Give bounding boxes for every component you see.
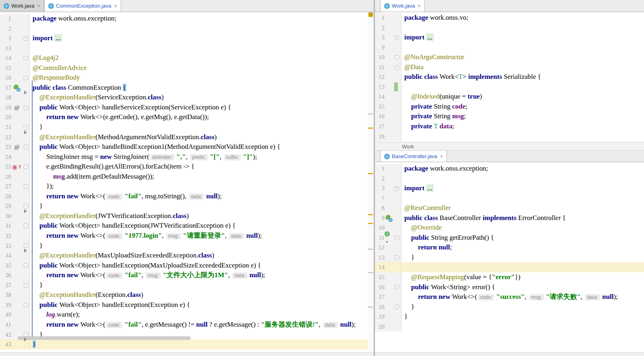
fold-marker[interactable]: − bbox=[24, 165, 28, 169]
code-line[interactable]: 22 @ExceptionHandler(MethodArgumentNotVa… bbox=[0, 132, 368, 142]
stripe-tick[interactable] bbox=[368, 223, 373, 224]
spring-class-icon[interactable]: c bbox=[386, 215, 392, 221]
code-line[interactable]: 28 return new Work<>(code:"fail", msg.to… bbox=[0, 191, 368, 202]
code-line[interactable]: 24 StringJoiner msg = new StringJoiner(d… bbox=[0, 152, 368, 162]
fold-marker[interactable]: + bbox=[395, 186, 399, 191]
code-editor-commonexception[interactable]: 1package work.onss.exception;23+import .… bbox=[0, 12, 368, 353]
code-line[interactable]: 14−@Log4j2 bbox=[0, 53, 368, 63]
fold-marker[interactable]: − bbox=[24, 76, 28, 80]
code-line[interactable]: 32 return new Work<>(code:"1977.login", … bbox=[0, 231, 368, 241]
fold-marker[interactable]: − bbox=[395, 236, 399, 240]
code-line[interactable]: 36 return new Work<>(code:"fail", msg:"文… bbox=[0, 270, 368, 280]
code-line[interactable]: 3+import ... bbox=[375, 183, 644, 193]
code-line[interactable]: 14 @Indexed(unique = true) bbox=[375, 92, 644, 102]
code-line[interactable]: 1package work.onss.vo; bbox=[375, 13, 644, 23]
code-line[interactable]: 33− } bbox=[0, 241, 368, 251]
code-line[interactable]: 2 bbox=[375, 174, 644, 184]
code-line[interactable]: 11−@Data bbox=[375, 62, 644, 72]
code-line[interactable]: 13 bbox=[375, 82, 644, 92]
fold-marker[interactable]: + bbox=[24, 36, 28, 41]
fold-marker[interactable]: − bbox=[24, 243, 28, 248]
code-line[interactable]: 17cpublic class CommonException { bbox=[0, 83, 368, 93]
code-line[interactable]: 9 bbox=[375, 43, 644, 53]
fold-marker[interactable]: + bbox=[395, 35, 399, 40]
code-line[interactable]: 8@RestController bbox=[375, 203, 644, 213]
code-editor-basecontroller[interactable]: 1package work.onss.exception;23+import .… bbox=[375, 162, 644, 352]
inspection-indicator[interactable] bbox=[368, 12, 373, 17]
code-line[interactable]: 15 @RequestMapping(value = {"error"}) bbox=[375, 272, 644, 282]
code-line[interactable]: 3+import ... bbox=[375, 33, 644, 43]
code-line[interactable]: 39− public Work<Object> handleException(… bbox=[0, 300, 368, 310]
code-line[interactable]: 27− }); bbox=[0, 181, 368, 191]
code-line[interactable]: 14 bbox=[375, 262, 644, 272]
stripe-tick[interactable] bbox=[368, 113, 373, 115]
code-line[interactable]: 16 private String msg; bbox=[375, 111, 644, 121]
fold-marker[interactable]: − bbox=[395, 255, 399, 260]
code-line[interactable]: 16−@ResponseBody bbox=[0, 73, 368, 83]
code-line[interactable]: 1package work.onss.exception; bbox=[0, 14, 368, 24]
fold-marker[interactable]: − bbox=[24, 224, 28, 228]
stripe-tick[interactable] bbox=[368, 272, 373, 273]
close-icon[interactable]: × bbox=[440, 154, 443, 159]
code-line[interactable]: 2 bbox=[0, 24, 368, 34]
annotated-method-icon[interactable]: @ bbox=[14, 144, 20, 150]
code-line[interactable]: 41 return new Work<>(code:"fail", e.getM… bbox=[0, 320, 368, 330]
tab-basecontroller-java[interactable]: C BaseController.java × bbox=[380, 151, 447, 162]
fold-marker[interactable]: − bbox=[24, 145, 28, 149]
fold-marker[interactable]: − bbox=[395, 65, 399, 70]
fold-marker[interactable]: − bbox=[395, 305, 399, 309]
stripe-tick[interactable] bbox=[368, 173, 373, 174]
fold-marker[interactable]: − bbox=[395, 285, 399, 289]
code-line[interactable]: 18− } bbox=[375, 302, 644, 312]
code-line[interactable]: 13− } bbox=[375, 253, 644, 263]
breadcrumb-item-work[interactable]: Work bbox=[402, 144, 414, 150]
code-line[interactable]: 23@− public Work<Object> handleBindExcep… bbox=[0, 142, 368, 152]
code-line[interactable]: 29− } bbox=[0, 201, 368, 211]
code-line[interactable]: 43} bbox=[0, 340, 368, 350]
spring-class-icon[interactable]: c bbox=[14, 84, 20, 91]
code-line[interactable]: 21− } bbox=[0, 122, 368, 132]
code-line[interactable]: 13 bbox=[0, 43, 368, 54]
lambda-gutter-icon[interactable]: λ↑ bbox=[12, 162, 22, 172]
fold-marker[interactable]: − bbox=[24, 303, 28, 307]
fold-marker[interactable]: − bbox=[24, 56, 28, 60]
code-line[interactable]: 18 @ExceptionHandler(ServiceException.cl… bbox=[0, 93, 368, 103]
code-line[interactable]: 12public class Work<T> implements Serial… bbox=[375, 72, 644, 82]
code-line[interactable]: 38 @ExceptionHandler(Exception.class) bbox=[0, 290, 368, 300]
code-line[interactable]: 15 private String code; bbox=[375, 102, 644, 112]
code-line[interactable]: 18 bbox=[375, 132, 644, 142]
fold-marker[interactable]: − bbox=[24, 263, 28, 268]
code-line[interactable]: 37− } bbox=[0, 280, 368, 290]
close-icon[interactable]: × bbox=[418, 3, 421, 8]
code-line[interactable]: 3+import ... bbox=[0, 33, 368, 43]
code-line[interactable]: 40 log.warn(e); bbox=[0, 310, 368, 320]
code-line[interactable]: 30 @ExceptionHandler(JWTVerificationExce… bbox=[0, 211, 368, 221]
code-line[interactable]: 11I↑− public String getErrorPath() { bbox=[375, 233, 644, 243]
stripe-tick[interactable] bbox=[368, 128, 373, 129]
horizontal-scrollbar[interactable] bbox=[18, 336, 191, 340]
tab-work-java-right[interactable]: C Work.java × bbox=[380, 0, 425, 12]
stripe-tick[interactable] bbox=[368, 214, 373, 215]
code-line[interactable]: 10−@NoArgsConstructor bbox=[375, 52, 644, 62]
code-line[interactable]: 9cpublic class BaseController implements… bbox=[375, 213, 644, 223]
close-icon[interactable]: × bbox=[37, 3, 41, 8]
fold-marker[interactable]: − bbox=[24, 125, 28, 130]
breadcrumb[interactable]: Work bbox=[375, 142, 644, 151]
code-line[interactable]: 26 msg.add(item.getDefaultMessage()); bbox=[0, 172, 368, 182]
code-line[interactable]: 17 return new Work<>(code:"success", msg… bbox=[375, 292, 644, 302]
fold-marker[interactable]: − bbox=[24, 105, 28, 110]
code-line[interactable]: 34 @ExceptionHandler(MaxUploadSizeExceed… bbox=[0, 251, 368, 261]
tab-work-java-left[interactable]: C Work.java × bbox=[0, 0, 44, 12]
code-line[interactable]: 10 @Override bbox=[375, 223, 644, 233]
code-line[interactable]: 15@ControllerAdvice bbox=[0, 63, 368, 73]
code-line[interactable]: 19} bbox=[375, 312, 644, 322]
code-line[interactable]: 7 bbox=[375, 193, 644, 204]
code-line[interactable]: 35− public Work<Object> handleException(… bbox=[0, 261, 368, 271]
code-line[interactable]: 16− public Work<String> error() { bbox=[375, 282, 644, 292]
code-line[interactable]: 1package work.onss.exception; bbox=[375, 164, 644, 174]
close-icon[interactable]: × bbox=[114, 3, 117, 8]
code-editor-work[interactable]: 1package work.onss.vo;23+import ...910−@… bbox=[375, 12, 644, 142]
code-line[interactable]: 17 private T data; bbox=[375, 121, 644, 132]
code-line[interactable]: 25λ↑− e.getBindingResult().getAllErrors(… bbox=[0, 162, 368, 172]
code-line[interactable]: 20 return new Work<>(e.getCode(), e.getM… bbox=[0, 112, 368, 122]
